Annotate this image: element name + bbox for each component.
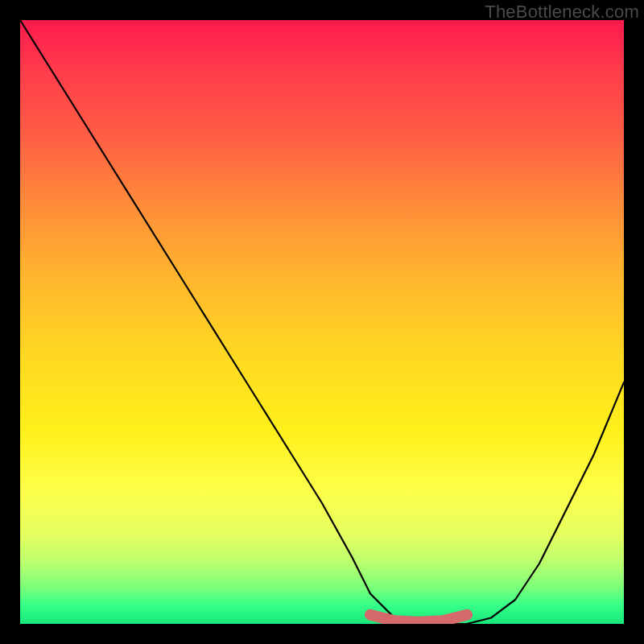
plot-area [20,20,624,624]
curve-svg [20,20,624,624]
bottleneck-curve [20,20,624,624]
highlight-segment [370,615,467,622]
chart-frame: TheBottleneck.com [0,0,644,644]
